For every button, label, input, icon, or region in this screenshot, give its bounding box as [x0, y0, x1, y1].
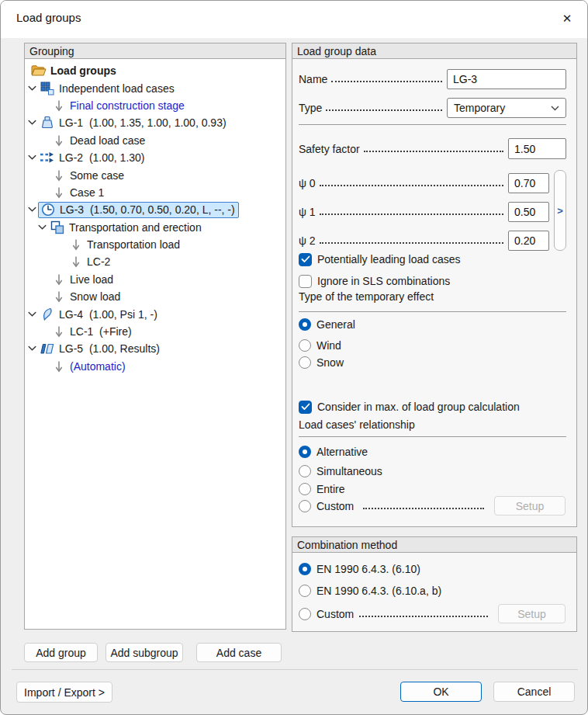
- divider: [299, 436, 566, 437]
- radio-icon[interactable]: [299, 608, 311, 620]
- name-label: Name: [299, 73, 327, 85]
- tree-item-transportation-and-erection[interactable]: Transportation and erection: [25, 219, 285, 236]
- radio-icon[interactable]: [299, 465, 311, 477]
- down-arrow-icon: [54, 273, 63, 286]
- tree-item-label: Snow load: [70, 289, 120, 304]
- folder-icon: [31, 64, 47, 77]
- tree-item-label: Independent load cases: [59, 81, 175, 96]
- chevron-down-icon[interactable]: [27, 207, 37, 213]
- down-arrow-icon: [54, 169, 63, 182]
- combination-setup-button[interactable]: Setup: [498, 604, 566, 623]
- tree-item-case-1[interactable]: Case 1: [25, 184, 285, 201]
- radio-custom[interactable]: Custom Setup: [299, 496, 566, 515]
- checkbox-unchecked-icon[interactable]: [299, 275, 312, 288]
- tree-item-label: Transportation and erection: [69, 220, 202, 235]
- psi1-label: ψ 1: [299, 206, 316, 218]
- radio-entire[interactable]: Entire: [299, 482, 345, 496]
- chevron-down-icon[interactable]: [27, 311, 37, 318]
- checkbox-label: Potentially leading load cases: [317, 253, 460, 266]
- radio-icon[interactable]: [299, 339, 311, 352]
- load-group-data-header: Load group data: [292, 43, 576, 59]
- radio-icon[interactable]: [299, 356, 311, 369]
- safety-factor-label: Safety factor: [299, 143, 360, 155]
- tree-item-final-construction-stage[interactable]: Final construction stage: [25, 97, 285, 114]
- chevron-down-icon[interactable]: [37, 224, 47, 231]
- radio-wind[interactable]: Wind: [299, 338, 341, 352]
- tree-item-lg-5[interactable]: LG-5 (1.00, Results): [25, 340, 285, 357]
- import-export-button[interactable]: Import / Export >: [16, 682, 112, 703]
- radio-alternative[interactable]: Alternative: [299, 445, 368, 459]
- title-bar: Load groups ✕: [1, 1, 587, 38]
- radio-selected-icon[interactable]: [299, 446, 311, 458]
- load-cases-icon: [40, 151, 55, 164]
- radio-label: Snow: [316, 356, 344, 369]
- ok-button[interactable]: OK: [400, 682, 482, 702]
- radio-selected-icon[interactable]: [299, 563, 311, 575]
- grouping-panel: Grouping Load groupsIndependent load cas…: [24, 43, 286, 630]
- radio-general[interactable]: General: [299, 318, 355, 331]
- cancel-button[interactable]: Cancel: [493, 682, 575, 702]
- tree-item-load-groups[interactable]: Load groups: [25, 62, 285, 79]
- chevron-down-icon[interactable]: [27, 345, 37, 352]
- chevron-down-icon[interactable]: [27, 120, 37, 126]
- footer-divider: [12, 669, 578, 670]
- radio-en-1990-610ab[interactable]: EN 1990 6.4.3. (6.10.a, b): [299, 584, 441, 598]
- checkbox-potentially-leading[interactable]: Potentially leading load cases: [299, 252, 460, 266]
- radio-custom-combination[interactable]: Custom Setup: [299, 604, 566, 623]
- tree-item-label: Live load: [70, 272, 113, 287]
- radio-selected-icon[interactable]: [299, 318, 311, 331]
- tree-item-label: Load groups: [50, 63, 116, 78]
- radio-icon[interactable]: [299, 585, 311, 597]
- tree-item-dead-load-case[interactable]: Dead load case: [25, 132, 285, 149]
- psi-expand-button[interactable]: >: [554, 170, 566, 251]
- tree-item-lg-1[interactable]: LG-1 (1.00, 1.35, 1.00, 1.00, 0.93): [25, 114, 285, 131]
- radio-icon[interactable]: [299, 500, 311, 512]
- temporary-effect-label: Type of the temporary effect: [299, 290, 434, 303]
- checkbox-ignore-sls[interactable]: Ignore in SLS combinations: [299, 274, 450, 288]
- name-input[interactable]: [447, 69, 566, 89]
- add-case-button[interactable]: Add case: [196, 643, 282, 662]
- radio-simultaneous[interactable]: Simultaneous: [299, 464, 382, 478]
- selected-item-highlight: LG-3 (1.50, 0.70, 0.50, 0.20, L, --, -): [38, 202, 239, 218]
- close-icon[interactable]: ✕: [558, 9, 576, 28]
- tree-item-label: LG-5 (1.00, Results): [59, 341, 160, 356]
- add-subgroup-button[interactable]: Add subgroup: [105, 643, 183, 662]
- psi0-input[interactable]: [508, 173, 549, 193]
- psi2-input[interactable]: [508, 231, 549, 251]
- tree-item-lc-1-fire[interactable]: LC-1 (+Fire): [25, 323, 285, 340]
- tree-item-transportation-load[interactable]: Transportation load: [25, 236, 285, 253]
- checkbox-checked-icon[interactable]: [299, 253, 312, 266]
- chevron-down-icon[interactable]: [27, 85, 37, 92]
- add-group-button[interactable]: Add group: [24, 643, 98, 662]
- divider: [299, 311, 566, 312]
- tree-item-snow-load[interactable]: Snow load: [25, 288, 285, 305]
- radio-en-1990-610[interactable]: EN 1990 6.4.3. (6.10): [299, 562, 420, 576]
- safety-factor-input[interactable]: [508, 138, 566, 159]
- tree-item-independent-load-cases[interactable]: Independent load cases: [25, 79, 285, 96]
- tree-item-some-case[interactable]: Some case: [25, 166, 285, 183]
- tree-item-lg-2[interactable]: LG-2 (1.00, 1.30): [25, 149, 285, 166]
- tree-item-label: Transportation load: [87, 237, 180, 252]
- tree-item-lc-2[interactable]: LC-2: [25, 253, 285, 270]
- tree-item-live-load[interactable]: Live load: [25, 271, 285, 288]
- load-groups-tree[interactable]: Load groupsIndependent load casesFinal c…: [25, 59, 285, 629]
- radio-snow[interactable]: Snow: [299, 356, 344, 370]
- dotted-leader: [359, 608, 488, 617]
- tree-item-label: LC-1 (+Fire): [70, 324, 132, 339]
- chevron-down-icon[interactable]: [27, 154, 37, 161]
- tree-item-lg-4[interactable]: LG-4 (1.00, Psi 1, -): [25, 305, 285, 322]
- safety-factor-row: Safety factor: [299, 138, 566, 159]
- divider: [299, 124, 566, 125]
- tree-item-automatic[interactable]: (Automatic): [25, 358, 285, 375]
- checkbox-checked-icon[interactable]: [299, 401, 312, 414]
- tree-item-lg-3[interactable]: LG-3 (1.50, 0.70, 0.50, 0.20, L, --, -): [25, 201, 285, 218]
- radio-icon[interactable]: [299, 483, 311, 495]
- psi1-input[interactable]: [508, 202, 549, 222]
- dotted-leader: [364, 143, 503, 152]
- tree-item-label: (Automatic): [70, 359, 126, 374]
- checkbox-consider-max[interactable]: Consider in max. of load group calculati…: [299, 400, 520, 414]
- relationship-setup-button[interactable]: Setup: [494, 496, 566, 515]
- combination-method-panel: Combination method EN 1990 6.4.3. (6.10)…: [292, 536, 577, 632]
- type-select[interactable]: Temporary: [447, 98, 566, 118]
- window-title: Load groups: [16, 11, 81, 24]
